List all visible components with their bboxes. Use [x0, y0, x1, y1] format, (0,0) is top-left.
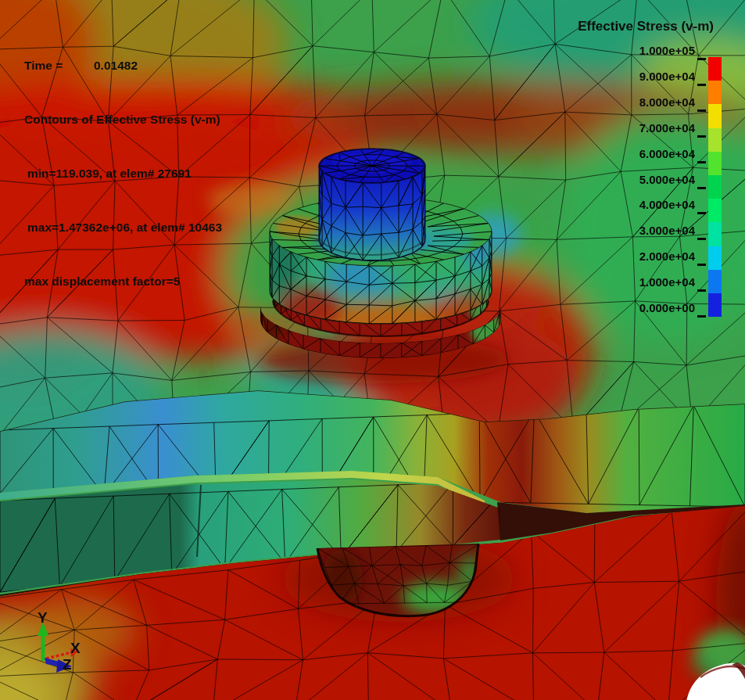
- legend-value: 0.000e+00: [639, 301, 695, 314]
- x-axis-label: X: [70, 640, 81, 656]
- legend-tick: [697, 187, 706, 189]
- legend-tick: [697, 264, 706, 266]
- y-axis-label: Y: [38, 609, 48, 626]
- legend-color-segment: [708, 57, 722, 81]
- contours-line: Contours of Effective Stress (v-m): [24, 110, 222, 128]
- bolt-cap: [314, 149, 430, 266]
- legend-value: 7.000e+04: [639, 121, 695, 135]
- legend-tick: [697, 109, 706, 112]
- legend-tick: [697, 238, 706, 240]
- legend-color-segment: [708, 175, 722, 199]
- legend-color-segment: [708, 128, 722, 152]
- legend-title: Effective Stress (v-m): [578, 19, 714, 34]
- legend-value: 4.000e+04: [639, 198, 695, 211]
- stress-colorbar: [708, 57, 722, 317]
- legend-tick: [697, 135, 706, 138]
- legend-color-segment: [708, 81, 722, 104]
- legend-value: 3.000e+04: [639, 224, 695, 237]
- legend-value: 9.000e+04: [639, 70, 695, 83]
- legend-value: 1.000e+05: [639, 44, 695, 57]
- fea-postprocessor-viewport[interactable]: Y X Z Time =0.01482 Contours of Effectiv…: [0, 0, 745, 700]
- legend-tick: [697, 84, 706, 86]
- legend-value: 2.000e+04: [639, 249, 695, 263]
- legend-color-segment: [708, 152, 722, 175]
- legend-tick: [697, 212, 706, 214]
- legend-value: 1.000e+04: [639, 275, 695, 289]
- legend-value: 6.000e+04: [639, 147, 695, 160]
- legend-color-segment: [708, 222, 722, 246]
- legend-color-segment: [708, 104, 722, 127]
- legend-value: 8.000e+04: [639, 95, 695, 109]
- legend-tick: [697, 315, 706, 318]
- time-readout: Time =0.01482: [24, 56, 222, 74]
- time-value: 0.01482: [94, 59, 138, 72]
- displacement-factor-line: max displacement factor=5: [24, 272, 222, 290]
- legend-tick: [697, 289, 706, 292]
- legend-value: 5.000e+04: [639, 173, 695, 186]
- min-line: min=119.039, at elem# 27691: [24, 164, 222, 182]
- max-line: max=1.47362e+06, at elem# 10463: [24, 218, 222, 236]
- legend-tick: [697, 58, 706, 60]
- legend-color-segment: [708, 246, 722, 270]
- legend-tick: [697, 161, 706, 163]
- legend-color-segment: [708, 293, 722, 317]
- legend-color-segment: [708, 270, 722, 293]
- legend-color-segment: [708, 199, 722, 222]
- analysis-info-block: Time =0.01482 Contours of Effective Stre…: [24, 20, 222, 308]
- time-label: Time =: [24, 56, 94, 74]
- z-axis-label: Z: [63, 656, 72, 673]
